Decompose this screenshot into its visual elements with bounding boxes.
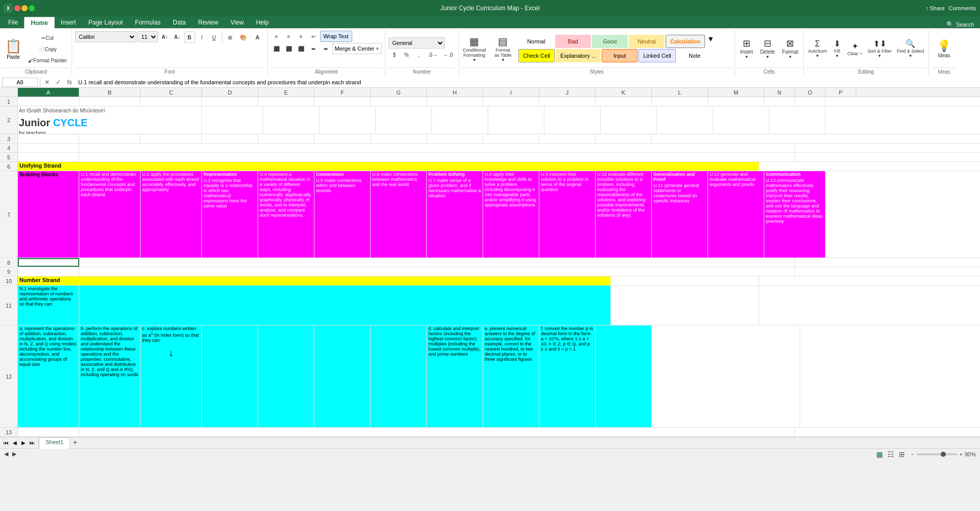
cell-D7[interactable]: Representation U.3 recognise that equali… [202, 171, 258, 258]
clear-button[interactable]: ✦ Clear ~ [846, 35, 864, 62]
tab-review[interactable]: Review [192, 16, 224, 28]
cell-K3[interactable] [596, 134, 652, 143]
col-header-J[interactable]: J [539, 88, 596, 97]
merge-center-button[interactable]: Merge & Center ▼ [332, 43, 382, 54]
add-sheet-button[interactable]: + [70, 437, 80, 448]
row-num-7[interactable]: 7 [0, 171, 18, 258]
row-num-4[interactable]: 4 [0, 144, 18, 152]
col-header-N[interactable]: N [764, 88, 795, 97]
row-num-9[interactable]: 9 [0, 267, 18, 276]
ideas-button[interactable]: 💡 Ideas [935, 34, 953, 63]
tab-nav-first[interactable]: ⏮ [2, 439, 10, 447]
cell-D1[interactable] [202, 97, 258, 106]
cell-B8[interactable] [79, 258, 795, 267]
cell-M2[interactable] [769, 106, 826, 134]
row-num-10[interactable]: 10 [0, 276, 18, 285]
style-bad[interactable]: Bad [555, 35, 591, 48]
col-header-C[interactable]: C [141, 88, 202, 97]
zoom-slider[interactable] [917, 453, 958, 455]
row-num-12[interactable]: 12 [0, 326, 18, 427]
autosum-button[interactable]: Σ AutoSum ▼ [806, 35, 829, 62]
wrap-text-button[interactable]: Wrap Text [320, 31, 352, 42]
tab-nav-last[interactable]: ⏭ [28, 439, 36, 447]
zoom-in-button[interactable]: + [960, 451, 963, 457]
cell-B11[interactable] [79, 286, 611, 325]
tab-data[interactable]: Data [167, 16, 192, 28]
row-num-6[interactable]: 6 [0, 162, 18, 171]
cell-L1[interactable] [652, 97, 708, 106]
style-note[interactable]: Note [677, 49, 713, 62]
currency-button[interactable]: $ [389, 50, 400, 60]
zoom-out-button[interactable]: − [911, 451, 914, 457]
insert-button[interactable]: ⊞ Insert ▼ [737, 34, 756, 63]
cell-B1[interactable] [79, 97, 141, 106]
col-header-G[interactable]: G [371, 88, 427, 97]
scroll-right-button[interactable]: ▶ [12, 451, 16, 457]
cell-C7[interactable]: U.2 apply the procedures associated with… [141, 171, 202, 258]
cell-I3[interactable] [483, 134, 539, 143]
cell-F2[interactable] [376, 106, 432, 134]
tab-nav-prev[interactable]: ◀ [11, 439, 19, 447]
format-as-table-button[interactable]: ▤ Format as Table ▼ [490, 34, 516, 63]
cell-A1[interactable] [18, 97, 79, 106]
col-header-O[interactable]: O [795, 88, 826, 97]
cell-K7[interactable]: U.10 evaluate different possible solutio… [596, 171, 652, 258]
cell-F7[interactable]: Connections U.5 make connections within … [314, 171, 371, 258]
cell-G12[interactable] [371, 326, 427, 427]
number-format-select[interactable]: General Number Currency Percentage [389, 37, 445, 49]
cell-K2[interactable] [657, 106, 713, 134]
tab-page-layout[interactable]: Page Layout [82, 16, 129, 28]
insert-function-button[interactable]: fx [65, 78, 74, 87]
col-header-M[interactable]: M [708, 88, 764, 97]
col-header-F[interactable]: F [314, 88, 371, 97]
tab-nav-next[interactable]: ▶ [19, 439, 28, 447]
cell-A8[interactable] [18, 258, 79, 267]
style-normal[interactable]: Normal [518, 35, 554, 48]
cancel-formula-button[interactable]: ✕ [42, 78, 52, 87]
cell-K11[interactable] [611, 286, 759, 325]
paste-button[interactable]: 📋 Paste [2, 37, 25, 61]
cell-E2[interactable] [320, 106, 376, 134]
col-header-K[interactable]: K [596, 88, 652, 97]
cell-J1[interactable] [539, 97, 596, 106]
view-normal-button[interactable]: ▦ [874, 449, 884, 459]
cell-D2[interactable] [263, 106, 320, 134]
comma-button[interactable]: , [413, 50, 424, 60]
cell-A7[interactable]: Building Blocks [18, 171, 79, 258]
align-top-center-button[interactable]: ≡ [283, 31, 294, 41]
decrease-font-button[interactable]: A↓ [171, 32, 183, 42]
cell-K10[interactable] [611, 276, 759, 285]
sheet-tab-sheet1[interactable]: Sheet1 [39, 437, 70, 449]
cell-B3[interactable] [79, 134, 141, 143]
style-input[interactable]: Input [602, 49, 637, 62]
align-left-button[interactable]: ⬛ [271, 43, 282, 54]
cell-B7[interactable]: U.1 recall and demonstrate understanding… [79, 171, 141, 258]
tab-help[interactable]: Help [250, 16, 275, 28]
row-num-5[interactable]: 5 [0, 153, 18, 161]
style-linked-cell[interactable]: Linked Cell [639, 49, 675, 62]
fill-color-button[interactable]: 🎨 [237, 32, 250, 43]
cell-C3[interactable] [141, 134, 202, 143]
wrap-indent-button[interactable]: ↩ [308, 31, 319, 41]
format-painter-button[interactable]: 🖌 Format Painter [26, 55, 70, 65]
scroll-left-button[interactable]: ◀ [4, 451, 8, 457]
copy-button[interactable]: 📄 Copy [26, 44, 70, 54]
decrease-indent-button[interactable]: ⬅ [308, 43, 319, 54]
cell-M7[interactable]: U.12 generate and evaluate mathematical … [708, 171, 764, 258]
cell-B12[interactable]: b. perform the operations of addition, s… [79, 326, 141, 427]
increase-indent-button[interactable]: ➡ [320, 43, 331, 54]
cell-H1[interactable] [427, 97, 483, 106]
search-label[interactable]: Search [956, 21, 974, 28]
cell-A10-number-strand[interactable]: Number Strand [18, 276, 611, 285]
cell-F1[interactable] [314, 97, 371, 106]
cell-E12[interactable] [258, 326, 314, 427]
cell-F3[interactable] [314, 134, 371, 143]
cell-N1[interactable] [764, 97, 795, 106]
cell-C2[interactable] [202, 106, 263, 134]
cell-B5[interactable] [79, 153, 795, 161]
col-header-L[interactable]: L [652, 88, 708, 97]
cell-A2[interactable]: An tSraith Shóisearach do Mhúinteoirí Ju… [18, 106, 202, 134]
border-button[interactable]: ⊞ [224, 32, 236, 42]
increase-decimal-button[interactable]: .0→ [425, 50, 440, 60]
cell-D3[interactable] [202, 134, 258, 143]
